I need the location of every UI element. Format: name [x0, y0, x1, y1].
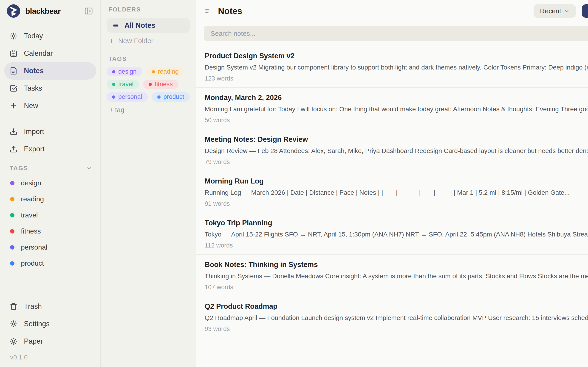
sidebar-item-tasks[interactable]: Tasks	[4, 80, 96, 97]
logo-row: blackbear	[0, 0, 100, 22]
add-tag-button[interactable]: + tag	[107, 106, 190, 114]
sidebar-nav: Today Calendar	[0, 22, 100, 158]
tag-pill[interactable]: product	[152, 92, 190, 102]
note-title: Meeting Notes: Design Review	[205, 135, 588, 144]
sidebar-tag-item[interactable]: product	[6, 255, 96, 271]
collapse-sidebar-button[interactable]	[84, 6, 94, 16]
sort-recent-dropdown[interactable]: Recent	[534, 4, 576, 18]
note-preview: Running Log — March 2026 | Date | Distan…	[205, 189, 588, 196]
note-list-item[interactable]: Tokyo Trip Planning 7m ago Tokyo — April…	[196, 213, 588, 255]
note-list-item[interactable]: Monday, March 2, 2026 6m ago Morning I a…	[196, 88, 588, 129]
brand-name: blackbear	[25, 7, 61, 16]
sidebar-tag-item[interactable]: design	[6, 175, 96, 191]
note-list-item[interactable]: Q2 Product Roadmap 7m ago Q2 Roadmap Apr…	[196, 296, 588, 338]
note-file-icon	[10, 67, 17, 75]
note-word-count: 107 words	[205, 284, 588, 291]
sort-label: Recent	[540, 7, 561, 15]
tag-color-dot	[112, 70, 115, 73]
note-preview: Design System v2 Migrating our component…	[205, 64, 588, 71]
note-list-item[interactable]: Meeting Notes: Design Review 7m ago Desi…	[196, 129, 588, 171]
sidebar-item-export[interactable]: Export	[4, 140, 96, 158]
plus-icon: +	[109, 37, 114, 44]
sidebar-tag-label: reading	[21, 195, 44, 203]
sidebar-tag-item[interactable]: fitness	[6, 223, 96, 239]
tag-color-dot	[10, 197, 15, 201]
tag-color-dot	[149, 83, 152, 86]
note-list-item[interactable]: Morning Run Log 7m ago Running Log — Mar…	[196, 171, 588, 213]
note-word-count: 123 words	[205, 75, 588, 82]
sidebar-footer: Trash Settings Paper	[0, 294, 100, 367]
brand-logo-icon	[7, 4, 20, 18]
tag-pill[interactable]: reading	[146, 67, 184, 76]
sidebar-tag-item[interactable]: personal	[6, 239, 96, 255]
chevron-down-icon	[564, 8, 569, 14]
tag-pill-list: design reading travel fitness personal	[107, 67, 190, 102]
page-title: Notes	[218, 6, 242, 16]
note-title: Q2 Product Roadmap	[205, 302, 588, 311]
sidebar-item-settings[interactable]: Settings	[4, 315, 96, 333]
sidebar-item-label: Today	[24, 32, 43, 40]
tag-pill-label: reading	[158, 68, 179, 75]
sidebar-item-calendar[interactable]: Calendar	[4, 45, 96, 62]
note-preview: Tokyo — April 15-22 Flights SFO → NRT, A…	[205, 231, 588, 238]
sidebar-tags-header[interactable]: TAGS	[0, 165, 100, 172]
sidebar-tag-item[interactable]: travel	[6, 207, 96, 223]
chevron-down-icon	[86, 165, 92, 171]
sidebar-tag-label: design	[21, 179, 41, 187]
tag-pill[interactable]: personal	[107, 92, 148, 102]
sidebar-item-label: Notes	[24, 67, 44, 75]
sidebar-item-label: Calendar	[24, 49, 53, 58]
tag-pill[interactable]: travel	[107, 80, 139, 89]
folder-label: All Notes	[124, 21, 155, 30]
gear-icon	[10, 320, 17, 328]
sun-icon	[10, 32, 17, 40]
sidebar-item-paper[interactable]: Paper	[4, 333, 96, 350]
sidebar-item-label: Import	[24, 127, 44, 136]
tag-color-dot	[10, 229, 15, 234]
main-panel: Notes Recent + New Note Product Design S…	[196, 0, 588, 367]
sun-theme-icon	[10, 337, 17, 345]
folder-item-all-notes[interactable]: All Notes	[107, 18, 190, 33]
sidebar-item-new[interactable]: New	[4, 97, 96, 115]
check-square-icon	[10, 84, 17, 92]
note-word-count: 112 words	[205, 242, 588, 249]
tag-color-dot	[10, 181, 15, 185]
new-folder-button[interactable]: + New Folder	[107, 37, 190, 45]
app-window: blackbear Today	[0, 0, 588, 367]
folders-tags-header: TAGS	[107, 55, 190, 62]
sidebar-item-trash[interactable]: Trash	[4, 298, 96, 315]
new-note-button[interactable]: + New Note	[582, 4, 588, 18]
folders-header: FOLDERS	[107, 6, 190, 13]
export-upload-icon	[10, 145, 17, 153]
sidebar: blackbear Today	[0, 0, 101, 367]
sidebar-tags-header-label: TAGS	[10, 165, 28, 172]
note-word-count: 91 words	[205, 200, 588, 207]
tag-pill-label: personal	[118, 93, 142, 100]
tag-pill[interactable]: fitness	[143, 80, 178, 89]
folders-panel: FOLDERS All Notes + New Folder TAGS desi…	[101, 0, 196, 367]
note-list-item[interactable]: Product Design System v2 2m ago Design S…	[196, 46, 588, 88]
note-word-count: 50 words	[205, 117, 588, 124]
sidebar-item-today[interactable]: Today	[4, 27, 96, 45]
sidebar-item-import[interactable]: Import	[4, 123, 96, 140]
note-list-item[interactable]: Book Notes: Thinking in Systems 7m ago T…	[196, 255, 588, 296]
tag-color-dot	[10, 245, 15, 250]
note-title: Monday, March 2, 2026	[205, 94, 588, 102]
app-version: v0.1.0	[4, 350, 96, 367]
tag-pill-label: product	[164, 93, 184, 100]
search-bar	[196, 22, 588, 46]
sidebar-item-label: New	[24, 102, 38, 110]
header-actions: Recent + New Note	[534, 4, 588, 18]
sidebar-tag-label: travel	[21, 211, 38, 219]
tag-color-dot	[10, 261, 15, 266]
list-view-lines-icon[interactable]	[204, 8, 211, 14]
note-word-count: 79 words	[205, 158, 588, 166]
search-input[interactable]	[204, 26, 588, 41]
tag-pill[interactable]: design	[107, 67, 142, 76]
sidebar-tag-label: product	[21, 259, 44, 267]
sidebar-tag-item[interactable]: reading	[6, 191, 96, 207]
calendar-icon	[10, 50, 17, 57]
note-title: Tokyo Trip Planning	[205, 219, 588, 227]
sidebar-item-label: Tasks	[24, 84, 42, 92]
sidebar-item-notes[interactable]: Notes	[4, 62, 96, 80]
